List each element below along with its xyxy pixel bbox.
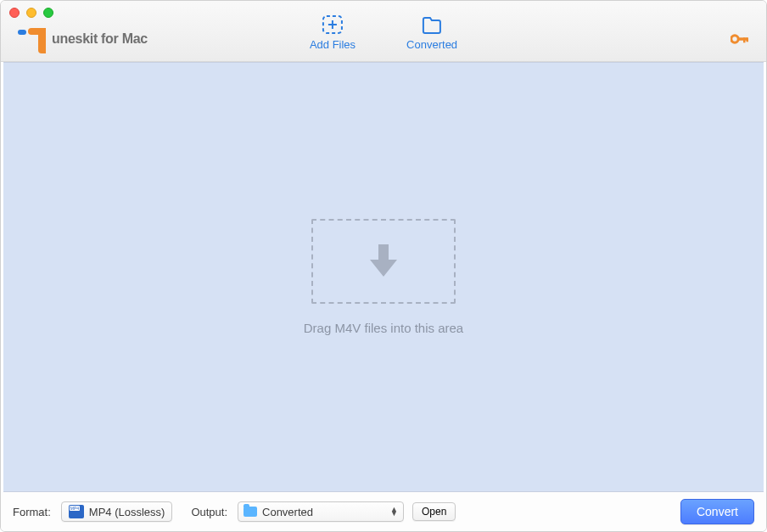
footer-bar: Format: MP4 (Lossless) Output: Converted… xyxy=(1,492,766,531)
chevron-updown-icon: ▲▼ xyxy=(390,507,398,516)
close-icon[interactable] xyxy=(9,8,20,18)
app-window: uneskit for Mac Add Files Converted xyxy=(0,0,767,532)
format-value: MP4 (Lossless) xyxy=(89,506,165,518)
register-key-button[interactable] xyxy=(731,33,749,48)
open-button[interactable]: Open xyxy=(412,502,456,521)
svg-rect-5 xyxy=(743,37,746,42)
key-icon xyxy=(731,33,749,45)
add-files-button[interactable]: Add Files xyxy=(310,14,356,51)
folder-icon xyxy=(244,507,257,517)
format-label: Format: xyxy=(13,506,51,518)
svg-rect-4 xyxy=(737,37,747,40)
output-selector[interactable]: Converted ▲▼ xyxy=(238,501,404,522)
titlebar: uneskit for Mac Add Files Converted xyxy=(1,1,766,62)
format-selector[interactable]: MP4 (Lossless) xyxy=(61,501,173,522)
drop-hint-text: Drag M4V files into this area xyxy=(304,321,463,335)
minimize-icon[interactable] xyxy=(26,8,36,18)
add-files-label: Add Files xyxy=(310,38,356,51)
drop-box xyxy=(311,219,456,304)
logo-text: uneskit for Mac xyxy=(52,31,148,47)
add-files-icon xyxy=(322,14,344,35)
logo-icon xyxy=(18,25,50,53)
converted-folder-icon xyxy=(421,14,443,35)
output-label: Output: xyxy=(191,506,227,518)
maximize-icon[interactable] xyxy=(43,8,53,18)
download-arrow-icon xyxy=(365,241,402,282)
convert-button[interactable]: Convert xyxy=(680,499,754,524)
converted-label: Converted xyxy=(406,38,457,51)
svg-point-3 xyxy=(731,36,738,42)
toolbar-center: Add Files Converted xyxy=(310,14,457,51)
app-logo: uneskit for Mac xyxy=(18,25,148,53)
svg-rect-6 xyxy=(747,37,749,42)
window-controls xyxy=(9,8,53,18)
mp4-badge-icon xyxy=(69,505,84,518)
converted-button[interactable]: Converted xyxy=(406,14,457,51)
drop-area[interactable]: Drag M4V files into this area xyxy=(3,62,764,492)
output-value: Converted xyxy=(262,506,313,518)
